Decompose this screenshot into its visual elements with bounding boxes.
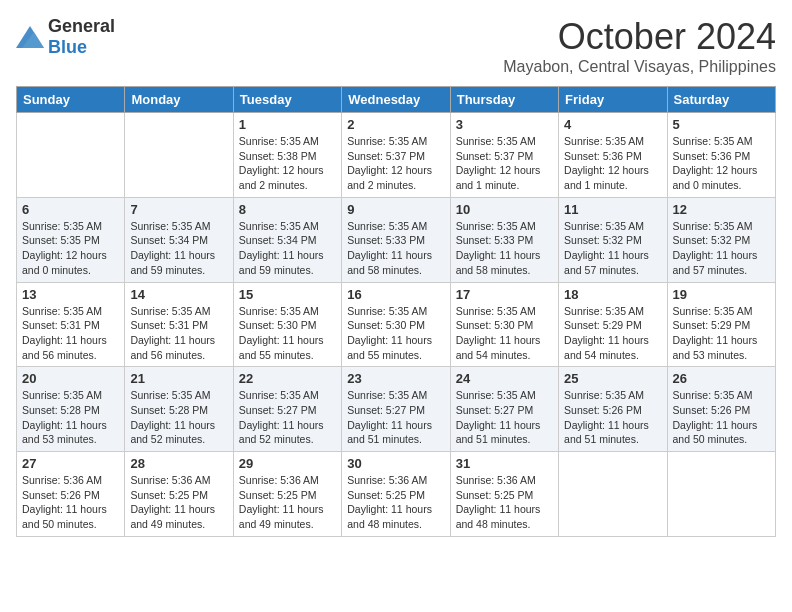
col-header-wednesday: Wednesday xyxy=(342,87,450,113)
day-info: Sunrise: 5:36 AMSunset: 5:25 PMDaylight:… xyxy=(456,473,553,532)
calendar-cell: 5Sunrise: 5:35 AMSunset: 5:36 PMDaylight… xyxy=(667,113,775,198)
day-info: Sunrise: 5:35 AMSunset: 5:28 PMDaylight:… xyxy=(130,388,227,447)
location-title: Mayabon, Central Visayas, Philippines xyxy=(503,58,776,76)
day-info: Sunrise: 5:35 AMSunset: 5:27 PMDaylight:… xyxy=(456,388,553,447)
day-number: 1 xyxy=(239,117,336,132)
calendar-cell: 7Sunrise: 5:35 AMSunset: 5:34 PMDaylight… xyxy=(125,197,233,282)
day-info: Sunrise: 5:35 AMSunset: 5:30 PMDaylight:… xyxy=(239,304,336,363)
day-info: Sunrise: 5:35 AMSunset: 5:33 PMDaylight:… xyxy=(456,219,553,278)
calendar-cell: 10Sunrise: 5:35 AMSunset: 5:33 PMDayligh… xyxy=(450,197,558,282)
calendar-cell xyxy=(667,452,775,537)
day-number: 21 xyxy=(130,371,227,386)
day-info: Sunrise: 5:35 AMSunset: 5:36 PMDaylight:… xyxy=(564,134,661,193)
day-number: 27 xyxy=(22,456,119,471)
calendar-cell xyxy=(559,452,667,537)
logo: General Blue xyxy=(16,16,115,58)
calendar-cell: 24Sunrise: 5:35 AMSunset: 5:27 PMDayligh… xyxy=(450,367,558,452)
day-info: Sunrise: 5:35 AMSunset: 5:30 PMDaylight:… xyxy=(347,304,444,363)
day-info: Sunrise: 5:35 AMSunset: 5:29 PMDaylight:… xyxy=(564,304,661,363)
day-number: 19 xyxy=(673,287,770,302)
day-number: 20 xyxy=(22,371,119,386)
day-info: Sunrise: 5:35 AMSunset: 5:26 PMDaylight:… xyxy=(673,388,770,447)
calendar-cell: 3Sunrise: 5:35 AMSunset: 5:37 PMDaylight… xyxy=(450,113,558,198)
calendar-cell: 9Sunrise: 5:35 AMSunset: 5:33 PMDaylight… xyxy=(342,197,450,282)
calendar-table: SundayMondayTuesdayWednesdayThursdayFrid… xyxy=(16,86,776,537)
day-number: 13 xyxy=(22,287,119,302)
day-info: Sunrise: 5:35 AMSunset: 5:27 PMDaylight:… xyxy=(239,388,336,447)
day-info: Sunrise: 5:35 AMSunset: 5:32 PMDaylight:… xyxy=(673,219,770,278)
calendar-cell: 29Sunrise: 5:36 AMSunset: 5:25 PMDayligh… xyxy=(233,452,341,537)
calendar-cell: 22Sunrise: 5:35 AMSunset: 5:27 PMDayligh… xyxy=(233,367,341,452)
day-number: 25 xyxy=(564,371,661,386)
calendar-cell: 11Sunrise: 5:35 AMSunset: 5:32 PMDayligh… xyxy=(559,197,667,282)
calendar-cell: 8Sunrise: 5:35 AMSunset: 5:34 PMDaylight… xyxy=(233,197,341,282)
logo-icon xyxy=(16,26,44,48)
calendar-cell: 18Sunrise: 5:35 AMSunset: 5:29 PMDayligh… xyxy=(559,282,667,367)
calendar-cell: 17Sunrise: 5:35 AMSunset: 5:30 PMDayligh… xyxy=(450,282,558,367)
day-info: Sunrise: 5:35 AMSunset: 5:32 PMDaylight:… xyxy=(564,219,661,278)
day-number: 30 xyxy=(347,456,444,471)
calendar-cell: 12Sunrise: 5:35 AMSunset: 5:32 PMDayligh… xyxy=(667,197,775,282)
calendar-cell: 6Sunrise: 5:35 AMSunset: 5:35 PMDaylight… xyxy=(17,197,125,282)
day-number: 5 xyxy=(673,117,770,132)
day-info: Sunrise: 5:35 AMSunset: 5:34 PMDaylight:… xyxy=(130,219,227,278)
calendar-cell: 2Sunrise: 5:35 AMSunset: 5:37 PMDaylight… xyxy=(342,113,450,198)
day-number: 31 xyxy=(456,456,553,471)
day-number: 29 xyxy=(239,456,336,471)
col-header-thursday: Thursday xyxy=(450,87,558,113)
calendar-cell: 23Sunrise: 5:35 AMSunset: 5:27 PMDayligh… xyxy=(342,367,450,452)
day-info: Sunrise: 5:36 AMSunset: 5:25 PMDaylight:… xyxy=(347,473,444,532)
week-row-1: 1Sunrise: 5:35 AMSunset: 5:38 PMDaylight… xyxy=(17,113,776,198)
calendar-cell: 27Sunrise: 5:36 AMSunset: 5:26 PMDayligh… xyxy=(17,452,125,537)
day-info: Sunrise: 5:35 AMSunset: 5:37 PMDaylight:… xyxy=(347,134,444,193)
day-info: Sunrise: 5:35 AMSunset: 5:33 PMDaylight:… xyxy=(347,219,444,278)
day-info: Sunrise: 5:35 AMSunset: 5:34 PMDaylight:… xyxy=(239,219,336,278)
day-number: 4 xyxy=(564,117,661,132)
calendar-cell: 13Sunrise: 5:35 AMSunset: 5:31 PMDayligh… xyxy=(17,282,125,367)
calendar-cell: 30Sunrise: 5:36 AMSunset: 5:25 PMDayligh… xyxy=(342,452,450,537)
logo-text: General Blue xyxy=(48,16,115,58)
day-info: Sunrise: 5:35 AMSunset: 5:31 PMDaylight:… xyxy=(130,304,227,363)
calendar-cell: 26Sunrise: 5:35 AMSunset: 5:26 PMDayligh… xyxy=(667,367,775,452)
day-number: 15 xyxy=(239,287,336,302)
day-number: 17 xyxy=(456,287,553,302)
day-number: 14 xyxy=(130,287,227,302)
day-info: Sunrise: 5:35 AMSunset: 5:27 PMDaylight:… xyxy=(347,388,444,447)
day-number: 2 xyxy=(347,117,444,132)
week-row-3: 13Sunrise: 5:35 AMSunset: 5:31 PMDayligh… xyxy=(17,282,776,367)
day-number: 10 xyxy=(456,202,553,217)
day-info: Sunrise: 5:35 AMSunset: 5:28 PMDaylight:… xyxy=(22,388,119,447)
day-number: 28 xyxy=(130,456,227,471)
calendar-cell: 25Sunrise: 5:35 AMSunset: 5:26 PMDayligh… xyxy=(559,367,667,452)
col-header-saturday: Saturday xyxy=(667,87,775,113)
day-info: Sunrise: 5:35 AMSunset: 5:38 PMDaylight:… xyxy=(239,134,336,193)
day-number: 8 xyxy=(239,202,336,217)
calendar-header-row: SundayMondayTuesdayWednesdayThursdayFrid… xyxy=(17,87,776,113)
day-number: 18 xyxy=(564,287,661,302)
calendar-cell xyxy=(17,113,125,198)
logo-general: General xyxy=(48,16,115,36)
day-number: 16 xyxy=(347,287,444,302)
logo-blue: Blue xyxy=(48,37,87,57)
col-header-sunday: Sunday xyxy=(17,87,125,113)
calendar-cell: 31Sunrise: 5:36 AMSunset: 5:25 PMDayligh… xyxy=(450,452,558,537)
calendar-cell: 21Sunrise: 5:35 AMSunset: 5:28 PMDayligh… xyxy=(125,367,233,452)
week-row-2: 6Sunrise: 5:35 AMSunset: 5:35 PMDaylight… xyxy=(17,197,776,282)
day-info: Sunrise: 5:36 AMSunset: 5:26 PMDaylight:… xyxy=(22,473,119,532)
day-number: 26 xyxy=(673,371,770,386)
day-number: 9 xyxy=(347,202,444,217)
calendar-cell: 20Sunrise: 5:35 AMSunset: 5:28 PMDayligh… xyxy=(17,367,125,452)
day-number: 22 xyxy=(239,371,336,386)
day-number: 12 xyxy=(673,202,770,217)
col-header-tuesday: Tuesday xyxy=(233,87,341,113)
week-row-4: 20Sunrise: 5:35 AMSunset: 5:28 PMDayligh… xyxy=(17,367,776,452)
calendar-cell: 19Sunrise: 5:35 AMSunset: 5:29 PMDayligh… xyxy=(667,282,775,367)
calendar-cell: 15Sunrise: 5:35 AMSunset: 5:30 PMDayligh… xyxy=(233,282,341,367)
day-info: Sunrise: 5:35 AMSunset: 5:35 PMDaylight:… xyxy=(22,219,119,278)
day-info: Sunrise: 5:35 AMSunset: 5:30 PMDaylight:… xyxy=(456,304,553,363)
calendar-cell: 4Sunrise: 5:35 AMSunset: 5:36 PMDaylight… xyxy=(559,113,667,198)
month-title: October 2024 xyxy=(503,16,776,58)
day-number: 3 xyxy=(456,117,553,132)
day-info: Sunrise: 5:36 AMSunset: 5:25 PMDaylight:… xyxy=(239,473,336,532)
day-number: 6 xyxy=(22,202,119,217)
